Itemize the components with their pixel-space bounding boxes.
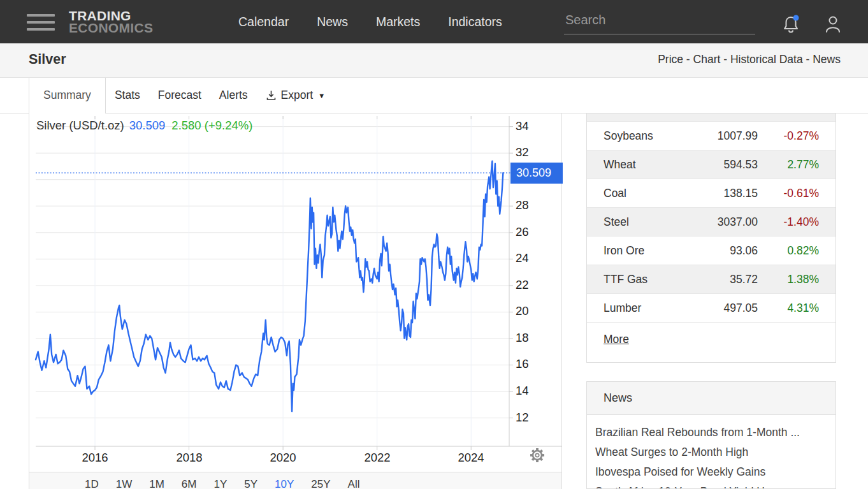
table-row-iron-ore[interactable]: Iron Ore93.060.82% bbox=[587, 237, 835, 265]
nav-link-indicators[interactable]: Indicators bbox=[448, 15, 502, 29]
news-item[interactable]: South Africa 10-Year Bond Yield Hover bbox=[595, 482, 827, 489]
current-price-badge: 30.509 bbox=[510, 163, 563, 184]
user-icon[interactable] bbox=[823, 14, 843, 37]
commodity-name: Lumber bbox=[604, 302, 683, 315]
range-selector: 1D1W1M6M1Y5Y10Y25YAll bbox=[29, 472, 561, 489]
commodity-name: Soybeans bbox=[604, 129, 683, 143]
tab-label: Export bbox=[281, 89, 314, 102]
range-option-1w[interactable]: 1W bbox=[116, 478, 133, 489]
commodity-value: 497.05 bbox=[683, 302, 758, 315]
news-item[interactable]: Ibovespa Poised for Weekly Gains bbox=[595, 462, 827, 482]
table-row-wheat[interactable]: Wheat594.532.77% bbox=[587, 150, 835, 179]
news-panel: News Brazilian Real Rebounds from 1-Mont… bbox=[586, 381, 836, 489]
x-axis-tick-label: 2020 bbox=[256, 451, 310, 465]
commodity-value: 138.15 bbox=[683, 187, 758, 200]
y-axis-tick-label: 34 bbox=[516, 119, 560, 133]
tab-forecast[interactable]: Forecast bbox=[149, 78, 210, 113]
news-item[interactable]: Brazilian Real Rebounds from 1-Month ... bbox=[595, 423, 827, 442]
table-row-ttf-gas[interactable]: TTF Gas35.721.38% bbox=[587, 265, 835, 294]
breadcrumb[interactable]: Price - Chart - Historical Data - News bbox=[658, 53, 841, 66]
logo[interactable]: TRADING ECONOMICS bbox=[69, 10, 153, 34]
x-axis-tick-label: 2016 bbox=[68, 451, 122, 465]
commodity-change: -1.40% bbox=[758, 215, 819, 229]
tab-alerts[interactable]: Alerts bbox=[210, 78, 257, 113]
top-navbar: TRADING ECONOMICS CalendarNewsMarketsInd… bbox=[0, 0, 868, 43]
trading-economics-page: TRADING ECONOMICS CalendarNewsMarketsInd… bbox=[0, 0, 868, 489]
range-option-6m[interactable]: 6M bbox=[182, 478, 197, 489]
news-list: Brazilian Real Rebounds from 1-Month ...… bbox=[587, 415, 835, 489]
commodity-change: 1.38% bbox=[758, 273, 819, 286]
commodity-name: TTF Gas bbox=[604, 273, 683, 286]
y-axis-tick-label: 24 bbox=[516, 251, 560, 265]
hamburger-bar bbox=[27, 14, 55, 17]
tab-label: Alerts bbox=[219, 89, 248, 102]
commodity-value: 93.06 bbox=[683, 244, 758, 258]
x-axis-tick-label: 2018 bbox=[163, 451, 216, 465]
range-option-1y[interactable]: 1Y bbox=[213, 478, 227, 489]
search-box bbox=[564, 13, 755, 34]
chart-legend: Silver (USD/t.oz)30.5092.580 (+9.24%) bbox=[36, 119, 252, 133]
tab-summary[interactable]: Summary bbox=[29, 78, 106, 113]
y-axis-tick-label: 26 bbox=[516, 225, 560, 239]
table-row-partial[interactable]: Copper bbox=[587, 113, 835, 122]
tab-label: Forecast bbox=[158, 89, 201, 102]
commodity-name: Wheat bbox=[604, 158, 683, 172]
tab-export[interactable]: Export▼ bbox=[257, 78, 334, 113]
y-axis-tick-label: 14 bbox=[516, 384, 560, 398]
hamburger-bar bbox=[27, 21, 55, 24]
commodity-change: 0.82% bbox=[758, 244, 819, 258]
y-axis-tick-label: 20 bbox=[516, 304, 560, 318]
page-title: Silver bbox=[29, 52, 66, 68]
x-axis-tick-label: 2024 bbox=[444, 451, 498, 465]
commodity-change: -0.27% bbox=[758, 129, 819, 143]
price-line-chart[interactable] bbox=[29, 113, 563, 471]
commodity-value: 35.72 bbox=[683, 273, 758, 286]
y-axis-tick-label: 32 bbox=[516, 145, 560, 159]
legend-price: 30.509 bbox=[129, 119, 166, 132]
bell-icon[interactable] bbox=[781, 14, 800, 37]
markets-table: CopperSoybeans1007.99-0.27%Wheat594.532.… bbox=[587, 113, 835, 323]
commodity-value: 1007.99 bbox=[683, 129, 758, 143]
table-row-lumber[interactable]: Lumber497.054.31% bbox=[587, 294, 835, 323]
commodity-change: 2.77% bbox=[758, 158, 819, 172]
tab-label: Summary bbox=[43, 89, 91, 102]
hamburger-bar bbox=[27, 28, 55, 31]
commodity-value: 3037.00 bbox=[683, 215, 758, 229]
range-option-25y[interactable]: 25Y bbox=[311, 478, 330, 489]
page-header: Silver Price - Chart - Historical Data -… bbox=[0, 43, 868, 78]
legend-change: 2.580 (+9.24%) bbox=[171, 119, 252, 132]
nav-link-calendar[interactable]: Calendar bbox=[238, 15, 289, 29]
commodity-change: -0.61% bbox=[758, 187, 819, 200]
y-axis-tick-label: 22 bbox=[516, 278, 560, 292]
table-row-steel[interactable]: Steel3037.00-1.40% bbox=[587, 208, 835, 237]
nav-links: CalendarNewsMarketsIndicators bbox=[238, 0, 502, 43]
range-option-1m[interactable]: 1M bbox=[149, 478, 164, 489]
tab-label: Stats bbox=[115, 89, 140, 102]
search-input[interactable] bbox=[564, 13, 756, 34]
range-option-1d[interactable]: 1D bbox=[85, 478, 99, 489]
nav-link-news[interactable]: News bbox=[317, 15, 348, 29]
x-axis-tick-label: 2022 bbox=[351, 451, 404, 465]
commodity-name: Copper bbox=[604, 113, 683, 114]
commodity-value: 594.53 bbox=[683, 158, 758, 172]
more-link[interactable]: More bbox=[604, 333, 629, 346]
legend-series-name: Silver (USD/t.oz) bbox=[36, 119, 124, 132]
settings-gear-icon[interactable] bbox=[530, 448, 545, 465]
hamburger-menu-icon[interactable] bbox=[27, 14, 55, 35]
tab-stats[interactable]: Stats bbox=[106, 78, 149, 113]
range-option-10y[interactable]: 10Y bbox=[275, 478, 294, 489]
tab-bar: SummaryStatsForecastAlertsExport▼ bbox=[0, 78, 868, 113]
chevron-down-icon: ▼ bbox=[318, 92, 325, 99]
table-row-soybeans[interactable]: Soybeans1007.99-0.27% bbox=[587, 122, 835, 150]
nav-link-markets[interactable]: Markets bbox=[376, 15, 420, 29]
news-panel-title: News bbox=[587, 382, 835, 415]
table-row-coal[interactable]: Coal138.15-0.61% bbox=[587, 179, 835, 208]
range-option-5y[interactable]: 5Y bbox=[244, 478, 257, 489]
commodity-name: Coal bbox=[604, 187, 683, 200]
range-option-all[interactable]: All bbox=[348, 478, 360, 489]
commodity-name: Iron Ore bbox=[604, 244, 683, 258]
news-item[interactable]: Wheat Surges to 2-Month High bbox=[595, 442, 827, 462]
commodity-name: Steel bbox=[604, 215, 683, 229]
logo-line2: ECONOMICS bbox=[69, 22, 153, 34]
y-axis-tick-label: 16 bbox=[516, 357, 560, 371]
